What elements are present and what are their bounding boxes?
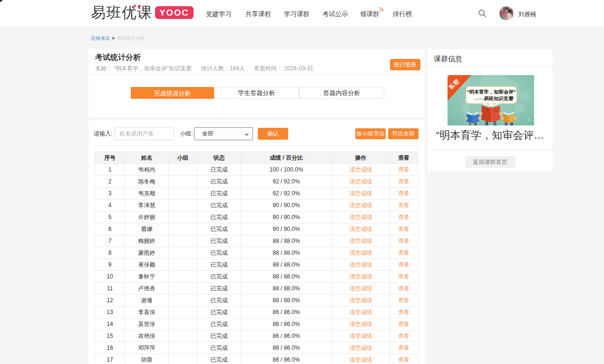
svg-text:“明本育学，知审会评”: “明本育学，知审会评” [467, 89, 516, 95]
svg-text:——易班知识竞赛: ——易班知识竞赛 [473, 96, 514, 101]
